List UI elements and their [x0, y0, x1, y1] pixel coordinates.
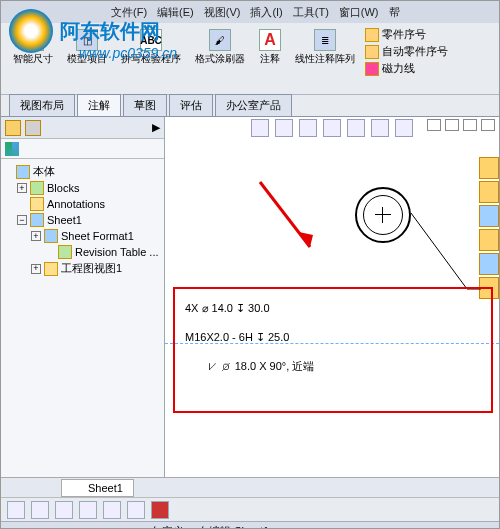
annotation-button[interactable]: A注释: [255, 27, 285, 66]
section-icon[interactable]: [371, 119, 389, 137]
tree-root[interactable]: 本体: [3, 163, 162, 180]
custom-icon[interactable]: [479, 253, 499, 275]
menu-help[interactable]: 帮: [389, 5, 400, 20]
menu-window[interactable]: 窗口(W): [339, 5, 379, 20]
tree-tab-icon[interactable]: [5, 120, 21, 136]
feature-tree-panel: ▶ 本体 +Blocks Annotations −Sheet1 +Sheet …: [1, 117, 165, 477]
hole-callout-text[interactable]: 4X ⌀ 14.0 ↧ 30.0 M16X2.0 - 6H ↧ 25.0 ⩗ ⌀…: [185, 293, 314, 380]
minimize-icon[interactable]: [445, 119, 459, 131]
tree-annotations[interactable]: Annotations: [3, 196, 162, 212]
tab-sketch[interactable]: 草图: [123, 94, 167, 116]
watermark-text: 阿东软件网: [60, 18, 160, 45]
view-settings-icon[interactable]: [395, 119, 413, 137]
tree-filter[interactable]: [1, 139, 164, 159]
bt7-icon[interactable]: [151, 501, 169, 519]
library-icon[interactable]: [479, 181, 499, 203]
bottom-toolbar: [1, 497, 499, 521]
status-units[interactable]: MMGS: [459, 526, 493, 530]
right-task-pane: [479, 157, 499, 299]
bt1-icon[interactable]: [7, 501, 25, 519]
status-scale[interactable]: 1:2: [283, 526, 298, 530]
canvas-toolbar: [251, 119, 413, 137]
part-number-button[interactable]: 零件序号: [365, 27, 448, 42]
bt5-icon[interactable]: [103, 501, 121, 519]
format-painter-button[interactable]: 🖌格式涂刷器: [191, 27, 249, 66]
refresh-icon[interactable]: [323, 119, 341, 137]
tree-tab2-icon[interactable]: [25, 120, 41, 136]
tree-drawing-view1[interactable]: +工程图视图1: [3, 260, 162, 277]
menu-edit[interactable]: 编辑(E): [157, 5, 194, 20]
magnetic-line-button[interactable]: 磁力线: [365, 61, 448, 76]
tab-office[interactable]: 办公室产品: [215, 94, 292, 116]
bt3-icon[interactable]: [55, 501, 73, 519]
sheet1-tab[interactable]: Sheet1: [61, 479, 134, 497]
linear-annotation-button[interactable]: ≣线性注释阵列: [291, 27, 359, 66]
status-editing: 在编辑 Sheet1: [198, 524, 269, 529]
menu-insert[interactable]: 插入(I): [250, 5, 282, 20]
tree-blocks[interactable]: +Blocks: [3, 180, 162, 196]
display-style-icon[interactable]: [347, 119, 365, 137]
status-underdefined: 欠定义: [151, 524, 184, 529]
auto-part-number-button[interactable]: 自动零件序号: [365, 44, 448, 59]
tree-sheet-format[interactable]: +Sheet Format1: [3, 228, 162, 244]
resources-icon[interactable]: [479, 157, 499, 179]
canvas-window-controls: [427, 119, 495, 131]
svg-marker-1: [299, 232, 313, 247]
center-mark-icon: [377, 209, 389, 221]
watermark-url: www.pc0359.cn: [79, 45, 177, 61]
command-tabbar: 视图布局 注解 草图 评估 办公室产品: [1, 95, 499, 117]
bt6-icon[interactable]: [127, 501, 145, 519]
close-icon[interactable]: [481, 119, 495, 131]
tab-view-layout[interactable]: 视图布局: [9, 94, 75, 116]
maximize-icon[interactable]: [463, 119, 477, 131]
drawing-canvas[interactable]: 4X ⌀ 14.0 ↧ 30.0 M16X2.0 - 6H ↧ 25.0 ⩗ ⌀…: [165, 117, 499, 477]
svg-line-0: [260, 182, 310, 247]
dock-icon[interactable]: [427, 119, 441, 131]
status-x: 251.444mm: [7, 526, 65, 530]
sheet-tab-bar: Sheet1: [1, 477, 499, 497]
tab-annotation[interactable]: 注解: [77, 94, 121, 116]
tree-sheet1[interactable]: −Sheet1: [3, 212, 162, 228]
funnel-icon: [5, 142, 19, 156]
zoom-fit-icon[interactable]: [275, 119, 293, 137]
zoom-area-icon[interactable]: [299, 119, 317, 137]
tree-revision-table[interactable]: Revision Table...: [3, 244, 162, 260]
bt2-icon[interactable]: [31, 501, 49, 519]
sheet-icon: [72, 482, 84, 494]
palette-icon[interactable]: [479, 205, 499, 227]
status-bar: 251.444mm 197.151mm 欠定义 在编辑 Sheet1 1:2 M…: [1, 521, 499, 529]
watermark-logo: [9, 9, 53, 53]
menu-tools[interactable]: 工具(T): [293, 5, 329, 20]
svg-line-2: [411, 213, 467, 289]
zoom-in-icon[interactable]: [251, 119, 269, 137]
tab-evaluate[interactable]: 评估: [169, 94, 213, 116]
appearances-icon[interactable]: [479, 229, 499, 251]
status-y: 197.151mm: [79, 526, 137, 530]
menu-view[interactable]: 视图(V): [204, 5, 241, 20]
bt4-icon[interactable]: [79, 501, 97, 519]
